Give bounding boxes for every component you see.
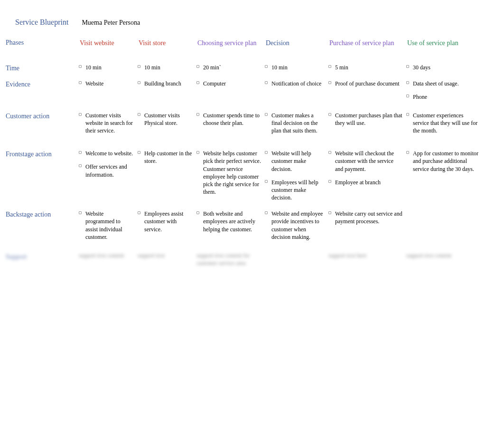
list-item: Welcome to website.	[79, 150, 134, 157]
blurred-cell: support text content	[405, 249, 481, 270]
item-text: Notification of choice	[271, 80, 321, 87]
bullet-icon	[265, 81, 268, 84]
item-text: Website programmed to assist individual …	[85, 210, 134, 241]
cell: Data sheet of usage.Phone	[405, 77, 481, 105]
cell: Customer experiences service that they w…	[405, 109, 481, 144]
cell: 10 min	[264, 61, 326, 74]
bullet-icon	[79, 65, 82, 68]
cell: 20 min`	[196, 61, 262, 74]
phase-header: Use of service plan	[405, 35, 481, 58]
blueprint-grid: PhasesVisit websiteVisit storeChoosing s…	[0, 35, 504, 270]
list-item: App for customer to monitor and purchase…	[406, 150, 480, 173]
list-item: Building branch	[138, 80, 193, 87]
row-label: Backstage action	[5, 207, 76, 246]
blurred-row-label: Support	[5, 249, 76, 270]
cell: Building branch	[137, 77, 194, 105]
cell: Customer visits website in search for th…	[78, 109, 135, 144]
blurred-cell: support text here	[327, 249, 403, 270]
item-text: Website will help customer make decision…	[271, 150, 325, 173]
cell: Website will help customer make decision…	[264, 147, 326, 204]
doc-title: Service Blueprint	[15, 18, 68, 27]
bullet-icon	[196, 65, 199, 68]
bullet-icon	[406, 151, 409, 154]
phase-header: Visit store	[137, 35, 194, 58]
blurred-cell: support text content	[78, 249, 135, 270]
cell: Computer	[196, 77, 262, 105]
list-item: 30 days	[406, 64, 480, 71]
item-text: Website carry out service and payment pr…	[335, 210, 402, 225]
list-item: Customer visits website in search for th…	[79, 112, 134, 135]
bullet-icon	[406, 81, 409, 84]
bullet-icon	[328, 180, 331, 183]
cell: 5 min	[327, 61, 403, 74]
item-text: Employees assist customer with service.	[144, 210, 193, 233]
blurred-cell	[264, 249, 326, 270]
phase-header: Purchase of service plan	[327, 35, 403, 58]
bullet-icon	[196, 151, 199, 154]
item-text: Customer spends time to choose their pla…	[203, 112, 261, 127]
item-text: Customer purchases plan that they will u…	[335, 112, 402, 127]
item-text: Building branch	[144, 80, 181, 87]
cell	[405, 207, 481, 246]
header: Service Blueprint Muema Peter Persona	[0, 0, 504, 35]
item-text: Website and employee provide incentives …	[271, 210, 325, 241]
row-label: Frontstage action	[5, 147, 76, 204]
item-text: Employee at branch	[335, 179, 381, 186]
list-item: Website helps customer pick their perfec…	[196, 150, 261, 196]
item-text: Customer visits website in search for th…	[85, 112, 134, 135]
cell: 10 min	[78, 61, 135, 74]
cell: App for customer to monitor and purchase…	[405, 147, 481, 204]
item-text: Website	[85, 80, 103, 87]
row-label: Evidence	[5, 77, 76, 105]
bullet-icon	[138, 151, 140, 154]
list-item: 10 min	[79, 64, 134, 71]
list-item: 10 min	[138, 64, 193, 71]
list-item: Customer makes a final decision on the p…	[265, 112, 325, 135]
item-text: 10 min	[144, 64, 160, 71]
bullet-icon	[79, 211, 82, 214]
cell: Welcome to website.Offer services and in…	[78, 147, 135, 204]
item-text: Proof of purchase document	[335, 80, 400, 87]
cell: Proof of purchase document	[327, 77, 403, 105]
item-text: Welcome to website.	[85, 150, 133, 157]
item-text: Computer	[203, 80, 226, 87]
cell: Employees assist customer with service.	[137, 207, 194, 246]
item-text: Phone	[413, 93, 427, 101]
phase-header: Choosing service plan	[196, 35, 262, 58]
cell: Website carry out service and payment pr…	[327, 207, 403, 246]
bullet-icon	[138, 211, 140, 214]
list-item: Notification of choice	[265, 80, 325, 87]
cell: Both website and employees are actively …	[196, 207, 262, 246]
list-item: Employees will help customer make decisi…	[265, 179, 325, 202]
bullet-icon	[328, 81, 331, 84]
cell: 30 days	[405, 61, 481, 74]
bullet-icon	[196, 81, 199, 84]
phase-header: Visit website	[78, 35, 135, 58]
row-label: Phases	[5, 35, 76, 58]
cell: Customer makes a final decision on the p…	[264, 109, 326, 144]
cell: Customer spends time to choose their pla…	[196, 109, 262, 144]
list-item: Offer services and information.	[79, 163, 134, 178]
bullet-icon	[79, 113, 82, 116]
list-item: Website programmed to assist individual …	[79, 210, 134, 241]
item-text: 20 min`	[203, 64, 221, 71]
list-item: Customer purchases plan that they will u…	[328, 112, 402, 127]
list-item: 20 min`	[196, 64, 261, 71]
list-item: Computer	[196, 80, 261, 87]
blur-gradient	[0, 284, 504, 303]
item-text: Customer experiences service that they w…	[413, 112, 480, 135]
list-item: Customer spends time to choose their pla…	[196, 112, 261, 127]
item-text: Offer services and information.	[85, 163, 134, 178]
doc-subtitle: Muema Peter Persona	[82, 19, 140, 27]
cell: Website programmed to assist individual …	[78, 207, 135, 246]
bullet-icon	[265, 113, 268, 116]
list-item: 10 min	[265, 64, 325, 71]
list-item: Employee at branch	[328, 179, 402, 186]
item-text: 30 days	[413, 64, 430, 71]
bullet-icon	[79, 81, 82, 84]
bullet-icon	[196, 211, 199, 214]
bullet-icon	[328, 113, 331, 116]
bullet-icon	[265, 211, 268, 214]
bullet-icon	[406, 65, 409, 68]
list-item: Website	[79, 80, 134, 87]
